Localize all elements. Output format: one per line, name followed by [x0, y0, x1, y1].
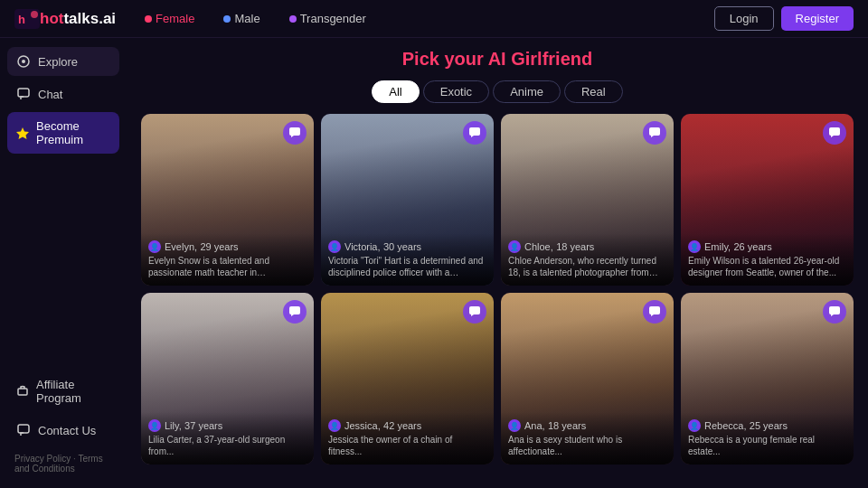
filter-real[interactable]: Real — [564, 80, 623, 103]
card-avatar-lily: 👤 — [148, 419, 161, 432]
card-emily[interactable]: 👤 Emily, 26 years Emily Wilson is a tale… — [681, 114, 854, 286]
card-overlay-emily: 👤 Emily, 26 years Emily Wilson is a tale… — [681, 233, 854, 286]
explore-icon — [16, 54, 31, 69]
tab-male[interactable]: Male — [216, 8, 267, 29]
login-button[interactable]: Login — [714, 6, 774, 31]
chat-btn-evelyn[interactable] — [283, 121, 307, 145]
svg-rect-12 — [829, 127, 840, 136]
filter-anime[interactable]: Anime — [493, 80, 561, 103]
card-avatar-ana: 👤 — [508, 419, 521, 432]
chat-icon — [16, 87, 31, 101]
card-name-rebecca: Rebecca, 25 years — [704, 419, 788, 432]
sidebar-item-chat[interactable]: Chat — [7, 80, 119, 108]
register-button[interactable]: Register — [781, 6, 854, 31]
female-label: Female — [156, 12, 194, 25]
card-overlay-ana: 👤 Ana, 18 years Ana is a sexy student wh… — [501, 412, 674, 465]
card-name-victoria: Victoria, 30 years — [344, 240, 421, 253]
contact-label: Contact Us — [38, 424, 96, 437]
male-label: Male — [234, 12, 259, 25]
chat-label: Chat — [38, 88, 62, 101]
logo-icon: h — [14, 9, 40, 29]
svg-text:h: h — [18, 13, 25, 26]
page-title-prefix: Pick your AI — [402, 49, 511, 69]
sidebar: Explore Chat Become Premuim Affiliate — [0, 38, 127, 488]
male-dot — [223, 15, 231, 23]
sidebar-item-premium[interactable]: Become Premuim — [7, 112, 119, 154]
sidebar-top: Explore Chat Become Premuim — [7, 47, 119, 154]
page-title: Pick your AI Girlfriend — [141, 49, 854, 70]
logo-brand-hot: ot — [49, 10, 63, 27]
card-overlay-evelyn: 👤 Evelyn, 29 years Evelyn Snow is a tale… — [141, 233, 314, 286]
sidebar-item-explore[interactable]: Explore — [7, 47, 119, 76]
card-avatar-chloe: 👤 — [508, 240, 521, 253]
filter-bar: All Exotic Anime Real — [141, 80, 854, 103]
svg-rect-14 — [469, 306, 480, 314]
card-desc-jessica: Jessica the owner of a chain of fitness.… — [328, 434, 486, 457]
female-dot — [145, 15, 152, 23]
chat-btn-chloe[interactable] — [643, 121, 666, 145]
trans-label: Transgender — [300, 12, 366, 25]
card-avatar-evelyn: 👤 — [148, 240, 161, 253]
card-name-chloe: Chloe, 18 years — [524, 240, 594, 253]
svg-rect-7 — [18, 389, 27, 395]
card-avatar-jessica: 👤 — [328, 419, 341, 432]
footer-separator: · — [73, 454, 76, 464]
privacy-link[interactable]: Privacy Policy — [14, 454, 71, 464]
chat-btn-ana[interactable] — [643, 300, 666, 324]
card-overlay-chloe: 👤 Chloe, 18 years Chloe Anderson, who re… — [501, 233, 674, 286]
card-overlay-victoria: 👤 Victoria, 30 years Victoria "Tori" Har… — [321, 233, 494, 286]
card-overlay-lily: 👤 Lily, 37 years Lilia Carter, a 37-year… — [141, 412, 314, 465]
card-desc-rebecca: Rebecca is a young female real estate... — [688, 434, 846, 457]
svg-marker-6 — [16, 127, 29, 139]
card-avatar-victoria: 👤 — [328, 240, 341, 253]
chat-btn-rebecca[interactable] — [823, 300, 846, 324]
tab-transgender[interactable]: Transgender — [282, 8, 373, 29]
card-chloe[interactable]: 👤 Chloe, 18 years Chloe Anderson, who re… — [501, 114, 674, 286]
svg-rect-15 — [649, 306, 660, 314]
header-buttons: Login Register — [714, 6, 854, 31]
explore-label: Explore — [38, 55, 78, 69]
sidebar-item-affiliate[interactable]: Affiliate Program — [7, 371, 119, 412]
svg-rect-16 — [829, 306, 840, 314]
card-jessica[interactable]: 👤 Jessica, 42 years Jessica the owner of… — [321, 293, 494, 465]
header: h hottalks.ai Female Male Transgender Lo… — [0, 0, 868, 38]
card-name-emily: Emily, 26 years — [704, 240, 772, 253]
sidebar-item-contact[interactable]: Contact Us — [7, 416, 119, 445]
chat-btn-victoria[interactable] — [463, 121, 486, 145]
tab-female[interactable]: Female — [137, 8, 202, 29]
filter-exotic[interactable]: Exotic — [423, 80, 489, 103]
trans-dot — [289, 15, 297, 23]
logo-hot: h — [40, 10, 49, 27]
card-name-lily: Lily, 37 years — [165, 419, 222, 432]
card-lily[interactable]: 👤 Lily, 37 years Lilia Carter, a 37-year… — [141, 293, 314, 465]
filter-all[interactable]: All — [372, 80, 419, 103]
gender-tabs: Female Male Transgender — [137, 8, 714, 29]
premium-icon — [16, 126, 29, 140]
svg-rect-5 — [18, 89, 29, 97]
chat-btn-emily[interactable] — [823, 121, 846, 145]
sidebar-bottom: Affiliate Program Contact Us Privacy Pol… — [7, 371, 119, 479]
affiliate-label: Affiliate Program — [36, 378, 110, 405]
card-ana[interactable]: 👤 Ana, 18 years Ana is a sexy student wh… — [501, 293, 674, 465]
svg-rect-9 — [289, 127, 300, 136]
card-rebecca[interactable]: 👤 Rebecca, 25 years Rebecca is a young f… — [681, 293, 854, 465]
sidebar-footer: Privacy Policy · Terms and Conditions — [7, 448, 119, 479]
contact-icon — [16, 423, 31, 437]
card-desc-emily: Emily Wilson is a talented 26-year-old d… — [688, 255, 846, 278]
svg-rect-8 — [18, 425, 29, 433]
affiliate-icon — [16, 384, 29, 399]
svg-rect-13 — [289, 306, 300, 314]
card-avatar-rebecca: 👤 — [688, 419, 701, 432]
chat-btn-lily[interactable] — [283, 300, 307, 324]
card-name-evelyn: Evelyn, 29 years — [165, 240, 239, 253]
svg-rect-11 — [649, 127, 660, 136]
svg-point-2 — [31, 11, 38, 18]
chat-btn-jessica[interactable] — [463, 300, 486, 324]
card-avatar-emily: 👤 — [688, 240, 701, 253]
card-evelyn[interactable]: 👤 Evelyn, 29 years Evelyn Snow is a tale… — [141, 114, 314, 286]
card-victoria[interactable]: 👤 Victoria, 30 years Victoria "Tori" Har… — [321, 114, 494, 286]
card-desc-lily: Lilia Carter, a 37-year-old surgeon from… — [148, 434, 307, 457]
card-name-jessica: Jessica, 42 years — [344, 419, 421, 432]
main-content: Pick your AI Girlfriend All Exotic Anime… — [127, 38, 868, 488]
layout: Explore Chat Become Premuim Affiliate — [0, 38, 868, 488]
